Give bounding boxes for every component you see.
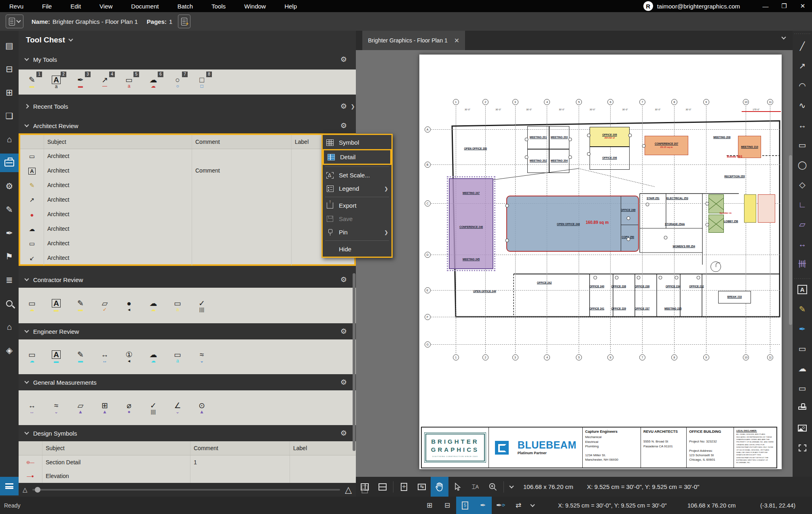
polylength-tool[interactable]: ≈ ⌄ [47, 398, 66, 417]
tab-list-chevron-icon[interactable] [781, 35, 786, 39]
gear-icon[interactable]: ⚙ [340, 378, 347, 387]
area-tool[interactable]: ▱ ▲ [71, 398, 90, 417]
perimeter-tool-icon[interactable]: ∟ [793, 196, 812, 213]
arc-tool-icon[interactable]: ◠ [793, 77, 812, 95]
gear-icon[interactable]: ⚙ [340, 55, 347, 64]
cloud-tool[interactable]: ☁ ☁ [144, 296, 163, 315]
gear-icon[interactable]: ⚙ [340, 327, 347, 336]
textbox-tool[interactable]: A ▬ [47, 296, 66, 315]
zoom-dropdown-chevron-icon[interactable] [505, 477, 518, 497]
cloud-tool[interactable]: 6 ☁ ☁ [144, 72, 163, 92]
snap-to-markup-icon[interactable]: ✒ [474, 497, 492, 514]
callout2-tool-icon[interactable]: ▭ [793, 379, 812, 397]
stamp-tool-icon[interactable] [793, 399, 812, 417]
document-tab[interactable]: Brighter Graphics - Floor Plan 1 ✕ [362, 31, 465, 50]
table-row[interactable]: ✎ Architect [20, 178, 354, 193]
callout-cloud-tool[interactable]: ▭ ☁ [23, 296, 41, 315]
file-dropdown-button[interactable] [6, 15, 23, 28]
textbox-tool[interactable]: 2 A a [47, 72, 66, 92]
rectangle-tool[interactable]: 8 □ □ [192, 72, 211, 92]
menu-tools[interactable]: Tools [202, 3, 235, 10]
polygon-tool-icon[interactable]: ◇ [793, 176, 812, 194]
snapshot-tool-icon[interactable] [793, 439, 812, 457]
select-tool-button[interactable] [448, 477, 466, 497]
textbox-tool-icon[interactable]: A [793, 280, 812, 298]
minimize-button[interactable]: — [756, 0, 775, 12]
menu-item-pin[interactable]: Pin ❯ [323, 225, 391, 239]
file-access-icon[interactable]: ⊟ [0, 60, 19, 78]
menu-revu[interactable]: Revu [0, 3, 33, 10]
increase-size-button[interactable]: △ [345, 485, 352, 495]
split-horizontal-button[interactable] [374, 477, 391, 497]
cloud-tool[interactable]: ☁ ☁ [144, 347, 163, 367]
menu-item-legend[interactable]: Legend ❯ [323, 182, 391, 195]
spaces-icon[interactable]: ⌂ [0, 130, 19, 149]
highlighter-tool-icon[interactable]: ✎ [793, 300, 812, 318]
sets-icon[interactable]: ≣ [0, 271, 19, 289]
tool-chest-icon[interactable] [0, 154, 19, 172]
gear-icon[interactable]: ⚙ [340, 429, 347, 438]
highlighter-tool[interactable]: ✎ ▬ [71, 296, 90, 315]
pen-tool-icon[interactable]: ✒ [793, 320, 812, 338]
red-markup-line[interactable] [742, 111, 781, 112]
bookmarks-icon[interactable]: ❏ [0, 107, 19, 125]
table-row[interactable]: ▭ Architect [20, 236, 354, 251]
panel-scrollbar[interactable] [353, 273, 355, 451]
section-general-measurements[interactable]: General Measurements ⚙ [19, 374, 356, 390]
length-tool-icon[interactable]: ↔ [793, 235, 812, 253]
size-slider[interactable] [32, 489, 340, 491]
open-office-space-markup[interactable]: OPEN OFFICE 248 160.89 sq m OFFICE 249 C… [506, 196, 639, 252]
radius-tool[interactable]: ⊙ ▲ [192, 398, 211, 417]
area-tool-icon[interactable]: ▱ [793, 215, 812, 233]
table-row[interactable]: ● Architect [20, 207, 354, 222]
tab-close-icon[interactable]: ✕ [454, 37, 459, 44]
3d-model-icon[interactable]: ⌂ [0, 318, 19, 336]
section-design-symbols[interactable]: Design Symbols ⚙ [19, 425, 356, 441]
count-tool[interactable]: ✓ |||| [144, 398, 163, 417]
fit-page-button[interactable]: ✛ [395, 477, 413, 497]
callout-tool-icon[interactable]: ▭ [793, 340, 812, 358]
signatures-icon[interactable]: ✒ [0, 224, 19, 242]
properties-gear-icon[interactable]: ⚙ [0, 177, 19, 196]
pdf-page[interactable]: 1 1 2 2 3 3 4 4 5 [419, 55, 782, 469]
count-circle-tool[interactable]: ● ◂ [120, 296, 138, 315]
table-row[interactable]: ↗ Architect [20, 193, 354, 207]
count-tool-icon[interactable]: 卌 [793, 255, 812, 273]
col-comment[interactable]: Comment [192, 135, 291, 149]
restore-button[interactable]: ❐ [775, 0, 793, 12]
canvas-scrollbar[interactable] [789, 155, 792, 325]
document-canvas[interactable]: 1 1 2 2 3 3 4 4 5 [356, 50, 793, 477]
pen-tool[interactable]: 3 ✒ ▬ [71, 72, 90, 92]
dimension-tool-icon[interactable]: ↔ [793, 116, 812, 134]
menu-item-symbol[interactable]: Symbol [323, 136, 391, 149]
grid-icon[interactable]: ⊞ [421, 497, 438, 514]
reuse-tool-icon[interactable]: ✒⟳ [492, 497, 510, 514]
highlighter-tool[interactable]: 1 ✎ ▬ [23, 72, 41, 92]
menu-file[interactable]: File [33, 3, 61, 10]
panel-title-row[interactable]: Tool Chest [19, 31, 356, 49]
check-tally-tool[interactable]: ✓ |||| [192, 296, 211, 315]
select-text-button[interactable]: ⌶A [466, 477, 484, 497]
section-recent-tools[interactable]: Recent Tools ⚙ ❯ [19, 95, 356, 118]
count-circle-tool[interactable]: ① ◂ [120, 347, 138, 367]
purple-cloud-markup[interactable]: MEETING 247 CONFERENCE 246 MEETING 245 [449, 178, 493, 270]
line-tool-icon[interactable]: ╱ [793, 37, 812, 55]
angle-tool[interactable]: ∠ ⌄ [168, 398, 187, 417]
col-label[interactable]: Label [290, 441, 356, 455]
slider-thumb[interactable] [35, 487, 40, 493]
menu-item-detail[interactable]: Detail [323, 149, 391, 165]
ellipse-tool[interactable]: 7 ○ ○ [168, 72, 187, 92]
dimension-tool[interactable]: ↔ ↔ [95, 347, 114, 367]
volume-tool[interactable]: ⊞ ▲ [95, 398, 114, 417]
menu-window[interactable]: Window [235, 3, 275, 10]
callout-cloud-tool[interactable]: ▭ ☁ [23, 347, 41, 367]
table-row[interactable]: ↙ Architect [20, 251, 354, 265]
measurements-panel-icon[interactable]: ▤ [0, 36, 19, 55]
polyline-tool-icon[interactable]: ∿ [793, 97, 812, 114]
fit-check-tool[interactable]: ▱ ✓ [95, 296, 114, 315]
table-row[interactable]: A Architect Comment [20, 164, 354, 178]
new-page-button[interactable]: + [178, 15, 190, 28]
col-comment[interactable]: Comment [190, 441, 290, 455]
account-email[interactable]: taimoor@brightergraphics.com [657, 3, 740, 10]
length-tool[interactable]: ↔ ↔ [23, 398, 41, 417]
